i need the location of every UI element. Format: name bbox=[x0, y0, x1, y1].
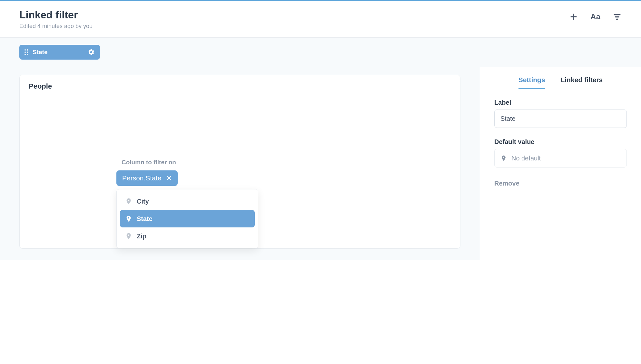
side-panel-body: Label Default value No default Remove bbox=[480, 89, 641, 197]
drag-handle-icon[interactable] bbox=[25, 49, 28, 55]
dropdown-item-city[interactable]: City bbox=[120, 193, 255, 210]
main-column: People Column to filter on Person.State … bbox=[0, 67, 480, 260]
filter-bar: State bbox=[0, 38, 641, 67]
tab-settings[interactable]: Settings bbox=[518, 73, 545, 89]
filter-chip-label: State bbox=[33, 49, 47, 56]
location-pin-icon bbox=[500, 154, 507, 162]
dropdown-item-label: City bbox=[137, 198, 149, 205]
close-icon[interactable]: ✕ bbox=[166, 174, 172, 182]
people-card: People Column to filter on Person.State … bbox=[19, 75, 460, 249]
svg-rect-3 bbox=[615, 16, 619, 18]
side-panel-tabs: Settings Linked filters bbox=[480, 67, 641, 89]
column-filter-block: Column to filter on Person.State ✕ City bbox=[116, 159, 258, 248]
dropdown-item-zip[interactable]: Zip bbox=[120, 227, 255, 245]
column-filter-label: Column to filter on bbox=[122, 159, 176, 166]
label-field-label: Label bbox=[494, 99, 627, 106]
default-value-placeholder: No default bbox=[511, 155, 541, 162]
edited-subtitle: Edited 4 minutes ago by you bbox=[19, 23, 93, 30]
header-title-block: Linked filter Edited 4 minutes ago by yo… bbox=[19, 9, 93, 30]
dropdown-item-label: State bbox=[137, 215, 153, 223]
svg-rect-4 bbox=[616, 19, 618, 20]
body-area: People Column to filter on Person.State … bbox=[0, 67, 641, 260]
svg-rect-2 bbox=[614, 14, 621, 15]
label-field-group: Label bbox=[494, 99, 627, 128]
location-pin-icon bbox=[125, 232, 132, 240]
header-actions: Aa bbox=[569, 12, 622, 21]
gear-icon[interactable] bbox=[88, 49, 95, 56]
filter-icon[interactable] bbox=[613, 12, 622, 21]
page-header: Linked filter Edited 4 minutes ago by yo… bbox=[0, 1, 641, 38]
tab-linked-filters[interactable]: Linked filters bbox=[561, 73, 603, 89]
text-style-icon[interactable]: Aa bbox=[590, 12, 600, 21]
card-title: People bbox=[29, 82, 451, 91]
column-filter-token-text: Person.State bbox=[122, 174, 161, 182]
page-title: Linked filter bbox=[19, 9, 93, 21]
plus-icon[interactable] bbox=[569, 12, 578, 21]
dropdown-item-label: Zip bbox=[137, 233, 146, 240]
default-value-input[interactable]: No default bbox=[494, 149, 627, 168]
label-input[interactable] bbox=[494, 110, 627, 128]
location-pin-icon bbox=[125, 215, 132, 223]
default-value-label: Default value bbox=[494, 138, 627, 146]
dropdown-item-state[interactable]: State bbox=[120, 210, 255, 227]
remove-button[interactable]: Remove bbox=[494, 180, 627, 187]
column-dropdown: City State Zip bbox=[116, 189, 258, 248]
location-pin-icon bbox=[125, 197, 132, 206]
default-value-group: Default value No default bbox=[494, 138, 627, 168]
side-panel: Settings Linked filters Label Default va… bbox=[480, 67, 641, 260]
filter-chip-state[interactable]: State bbox=[19, 45, 100, 60]
column-filter-token[interactable]: Person.State ✕ bbox=[116, 170, 178, 186]
